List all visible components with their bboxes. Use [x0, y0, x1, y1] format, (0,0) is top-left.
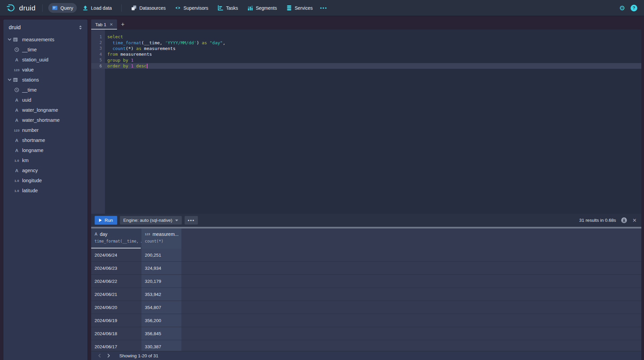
sql-editor[interactable]: 1select2 time_format(__time, 'YYYY/MM/dd…: [91, 30, 641, 214]
services-icon: [286, 5, 292, 11]
segments-icon: [247, 5, 253, 11]
druid-logo-icon: [6, 3, 16, 13]
cell-measurements[interactable]: 356,845: [141, 327, 181, 340]
new-tab-button[interactable]: +: [117, 19, 129, 30]
tree-column-longitude[interactable]: 1.0longitude: [3, 175, 87, 186]
download-icon[interactable]: [621, 217, 627, 223]
tree-item-label: water_longname: [22, 107, 58, 113]
column-formula: time_format(__time, …: [95, 239, 141, 244]
supervisors-icon: [175, 5, 181, 11]
navbar-divider: [121, 4, 122, 12]
nav-item-datasources[interactable]: Datasources: [127, 3, 170, 13]
tree-item-label: __time: [22, 87, 37, 93]
tree-column-longname[interactable]: Alongname: [3, 145, 87, 155]
tree-table-measurements[interactable]: measurements: [3, 35, 87, 45]
nav-item-label: Load data: [91, 5, 112, 11]
string-type-icon: A: [13, 98, 20, 103]
engine-select[interactable]: Engine: auto (sql-native): [120, 216, 182, 225]
table-row: 2024/06/17330,387: [91, 340, 641, 351]
navbar-right: ⚙ ?: [619, 5, 639, 11]
string-type-icon: A: [13, 168, 20, 173]
engine-label: Engine: auto (sql-native): [123, 218, 172, 223]
nav-item-supervisors[interactable]: Supervisors: [171, 3, 212, 13]
float-type-icon: 1.0: [13, 159, 20, 162]
double-caret-vertical-icon[interactable]: [78, 24, 83, 31]
close-tab-icon[interactable]: ✕: [110, 22, 113, 27]
nav-item-services[interactable]: Services: [283, 3, 316, 13]
run-label: Run: [105, 218, 113, 223]
tree-column-water-shortname[interactable]: Awater_shortname: [3, 115, 87, 125]
cell-day[interactable]: 2024/06/22: [91, 275, 141, 288]
code-line-5: 5group by 1: [91, 57, 641, 63]
tree-item-label: stations: [22, 77, 39, 83]
run-bar-right: 31 results in 0.68s ✕: [579, 217, 637, 223]
tree-column-water-longname[interactable]: Awater_longname: [3, 105, 87, 115]
run-button[interactable]: Run: [95, 216, 117, 225]
column-header-measurements[interactable]: 123 measurem... count(*): [141, 228, 181, 249]
load-data-icon: [82, 5, 88, 11]
close-results-icon[interactable]: ✕: [632, 217, 637, 223]
tree-column--time[interactable]: __time: [3, 45, 87, 55]
nav-item-segments[interactable]: Segments: [244, 3, 281, 13]
navbar-more-button[interactable]: •••: [317, 4, 330, 12]
tree-column-station-uuid[interactable]: Astation_uuid: [3, 55, 87, 65]
results-panel: A day time_format(__time, … 123 measurem…: [91, 228, 641, 360]
tree-item-label: agency: [22, 168, 38, 173]
tree-item-label: shortname: [22, 138, 45, 143]
query-more-button[interactable]: •••: [184, 216, 198, 225]
tree-item-label: measurements: [22, 37, 54, 42]
help-button[interactable]: ?: [631, 5, 637, 11]
tree-column-value[interactable]: 123value: [3, 65, 87, 75]
tree-column-km[interactable]: 1.0km: [3, 155, 87, 165]
druid-logo: druid: [5, 3, 38, 13]
tree-item-label: longitude: [22, 178, 42, 183]
string-type-icon: A: [13, 148, 20, 153]
cell-measurements[interactable]: 324,934: [141, 262, 181, 274]
nav-item-query[interactable]: Query: [48, 3, 77, 13]
cell-day[interactable]: 2024/06/24: [91, 249, 141, 261]
tab-label: Tab 1: [95, 22, 106, 27]
nav-item-label: Query: [60, 5, 73, 11]
tree-column--time[interactable]: __time: [3, 85, 87, 95]
line-number: 2: [91, 40, 105, 45]
schema-tree: measurements__timeAstation_uuid123values…: [3, 34, 87, 196]
cell-day[interactable]: 2024/06/18: [91, 327, 141, 340]
cell-day[interactable]: 2024/06/17: [91, 340, 141, 351]
time-type-icon: [13, 47, 20, 52]
cell-measurements[interactable]: 200,251: [141, 249, 181, 261]
nav-item-label: Tasks: [226, 5, 238, 11]
tree-column-latitude[interactable]: 1.0latitude: [3, 186, 87, 196]
tab-1[interactable]: Tab 1 ✕: [91, 19, 117, 30]
cell-measurements[interactable]: 354,807: [141, 301, 181, 314]
schema-label: druid: [9, 24, 21, 31]
tree-item-label: number: [22, 127, 39, 133]
cell-measurements[interactable]: 320,179: [141, 275, 181, 288]
cell-day[interactable]: 2024/06/21: [91, 288, 141, 301]
cell-measurements[interactable]: 353,942: [141, 288, 181, 301]
previous-page-button[interactable]: [95, 354, 104, 358]
gear-icon[interactable]: ⚙: [619, 5, 625, 11]
nav-item-load-data[interactable]: Load data: [79, 3, 115, 13]
table-row: 2024/06/19356,200: [91, 314, 641, 327]
line-number: 1: [91, 35, 105, 39]
navbar-items: QueryLoad dataDatasourcesSupervisorsTask…: [47, 3, 317, 13]
tree-item-label: value: [22, 67, 34, 72]
tree-column-uuid[interactable]: Auuid: [3, 95, 87, 105]
column-header-day[interactable]: A day time_format(__time, …: [91, 228, 141, 249]
tree-column-number[interactable]: 123number: [3, 125, 87, 135]
cell-measurements[interactable]: 356,200: [141, 314, 181, 327]
tree-column-agency[interactable]: Aagency: [3, 165, 87, 175]
help-label: ?: [633, 5, 635, 10]
cell-day[interactable]: 2024/06/19: [91, 314, 141, 327]
nav-item-label: Supervisors: [183, 5, 208, 11]
next-page-button[interactable]: [104, 354, 113, 358]
tree-column-shortname[interactable]: Ashortname: [3, 135, 87, 145]
cell-day[interactable]: 2024/06/23: [91, 262, 141, 274]
line-number: 4: [91, 52, 105, 57]
sidebar: druid measurements__timeAstation_uuid123…: [3, 19, 87, 360]
tree-table-stations[interactable]: stations: [3, 75, 87, 85]
nav-item-tasks[interactable]: Tasks: [214, 3, 242, 13]
cell-day[interactable]: 2024/06/20: [91, 301, 141, 314]
cell-measurements[interactable]: 330,387: [141, 340, 181, 351]
string-type-icon: A: [13, 57, 20, 62]
